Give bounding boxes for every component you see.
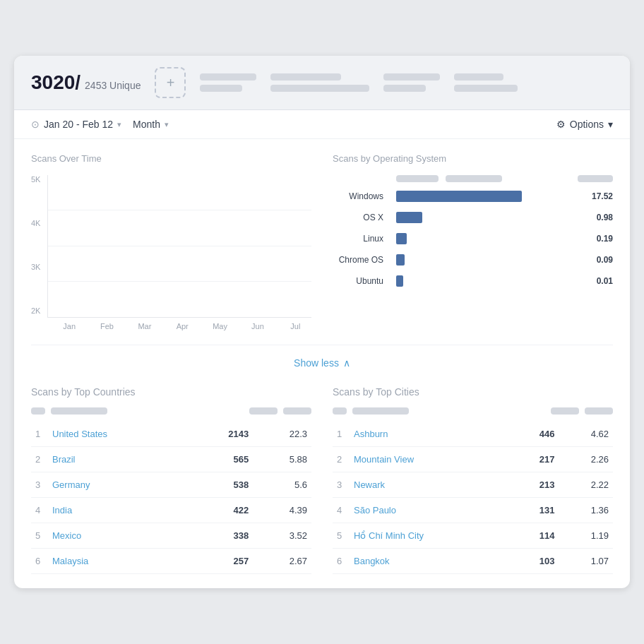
grid-line bbox=[48, 246, 311, 246]
city-name-cell: Newark bbox=[350, 472, 510, 498]
x-label-jun: Jun bbox=[242, 322, 273, 330]
col-sk bbox=[283, 407, 311, 415]
x-label-feb: Feb bbox=[91, 322, 123, 330]
add-button[interactable]: + bbox=[155, 67, 186, 98]
chevron-down-icon: ▾ bbox=[165, 120, 169, 129]
pct-cell: 22.3 bbox=[253, 422, 311, 447]
skeleton bbox=[383, 85, 426, 92]
os-row-linux: Linux 0.19 bbox=[333, 233, 613, 244]
countries-panel: Scans by Top Countries 1 United States 2… bbox=[31, 386, 311, 574]
os-bar-container bbox=[396, 191, 571, 202]
y-label-3k: 3K bbox=[31, 263, 40, 271]
period-label: Month bbox=[133, 119, 160, 130]
skeleton-group-3 bbox=[383, 73, 440, 92]
y-axis: 2K 3K 4K 5K bbox=[31, 175, 47, 330]
options-button[interactable]: ⚙ Options ▾ bbox=[556, 119, 613, 130]
charts-row: Scans Over Time 2K 3K 4K 5K bbox=[31, 153, 613, 330]
scans-over-time-panel: Scans Over Time 2K 3K 4K 5K bbox=[31, 153, 311, 330]
rank-cell: 3 bbox=[333, 472, 350, 498]
show-less-button[interactable]: Show less ∧ bbox=[294, 357, 350, 369]
pct-cell: 2.67 bbox=[253, 549, 311, 574]
pct-cell: 2.26 bbox=[559, 447, 613, 472]
cities-table: 1 Ashburn 446 4.62 2 Mountain View 217 2… bbox=[333, 422, 613, 574]
cities-col-headers bbox=[333, 407, 613, 415]
skeleton-group-1 bbox=[200, 73, 256, 92]
grid-line bbox=[48, 281, 311, 282]
skeleton bbox=[200, 85, 242, 92]
os-title: Scans by Operating System bbox=[333, 153, 613, 164]
os-header-row bbox=[333, 175, 613, 182]
rank-cell: 6 bbox=[31, 549, 48, 574]
country-name-cell: Mexico bbox=[48, 523, 189, 549]
count-cell: 422 bbox=[189, 498, 254, 523]
show-less-label: Show less bbox=[294, 357, 339, 369]
os-value-chromeos: 0.09 bbox=[578, 255, 613, 265]
skeleton bbox=[270, 85, 369, 92]
options-label: Options bbox=[570, 119, 604, 130]
os-value-osx: 0.98 bbox=[578, 213, 613, 222]
table-row: 6 Malaysia 257 2.67 bbox=[31, 549, 311, 574]
city-name-cell: São Paulo bbox=[350, 498, 510, 523]
os-name-ubuntu: Ubuntu bbox=[333, 276, 389, 286]
os-chart: Windows 17.52 OS X 0.98 Li bbox=[333, 175, 613, 287]
os-bar-container bbox=[396, 275, 571, 287]
col-sk bbox=[585, 407, 613, 415]
pct-cell: 1.07 bbox=[559, 549, 613, 574]
skeleton bbox=[454, 73, 503, 80]
skeleton bbox=[454, 85, 518, 92]
os-bar-ubuntu bbox=[396, 275, 403, 287]
countries-table: 1 United States 2143 22.3 2 Brazil 565 5… bbox=[31, 422, 311, 574]
pct-cell: 4.39 bbox=[253, 498, 311, 523]
skeleton bbox=[200, 73, 256, 80]
x-label-may: May bbox=[204, 322, 236, 330]
scan-count: 3020/ bbox=[31, 71, 80, 94]
country-name-cell: Brazil bbox=[48, 447, 189, 472]
show-less-row: Show less ∧ bbox=[31, 345, 613, 386]
count-cell: 103 bbox=[510, 549, 559, 574]
x-label-apr: Apr bbox=[167, 322, 198, 330]
unique-count: 2453 Unique bbox=[85, 80, 141, 91]
col-sk bbox=[249, 407, 278, 415]
skeleton-group-2 bbox=[270, 73, 369, 92]
table-row: 3 Germany 538 5.6 bbox=[31, 472, 311, 498]
count-cell: 2143 bbox=[189, 422, 254, 447]
skeleton bbox=[383, 73, 440, 80]
os-row-windows: Windows 17.52 bbox=[333, 191, 613, 202]
y-label-2k: 2K bbox=[31, 306, 40, 315]
os-value-linux: 0.19 bbox=[578, 234, 613, 244]
rank-cell: 4 bbox=[333, 498, 350, 523]
table-row: 5 Mexico 338 3.52 bbox=[31, 523, 311, 549]
col-sk bbox=[333, 407, 347, 415]
os-name-osx: OS X bbox=[333, 213, 389, 222]
rank-cell: 3 bbox=[31, 472, 48, 498]
date-range-dropdown[interactable]: ⊙ Jan 20 - Feb 12 ▾ bbox=[31, 119, 121, 130]
col-sk bbox=[51, 407, 107, 415]
count-cell: 257 bbox=[189, 549, 254, 574]
count-cell: 565 bbox=[189, 447, 254, 472]
city-name-cell: Bangkok bbox=[350, 549, 510, 574]
header-main: 3020/ 2453 Unique bbox=[31, 71, 141, 94]
table-row: 3 Newark 213 2.22 bbox=[333, 472, 613, 498]
os-bar-linux bbox=[396, 233, 407, 244]
cities-title: Scans by Top Cities bbox=[333, 386, 613, 398]
pct-cell: 5.88 bbox=[253, 447, 311, 472]
count-cell: 538 bbox=[189, 472, 254, 498]
count-cell: 217 bbox=[510, 447, 559, 472]
city-name-cell: Ashburn bbox=[350, 422, 510, 447]
pct-cell: 4.62 bbox=[559, 422, 613, 447]
country-name-cell: United States bbox=[48, 422, 189, 447]
period-dropdown[interactable]: Month ▾ bbox=[133, 119, 169, 130]
rank-cell: 2 bbox=[31, 447, 48, 472]
cities-panel: Scans by Top Cities 1 Ashburn 446 4.62 2… bbox=[333, 386, 613, 574]
pct-cell: 2.22 bbox=[559, 472, 613, 498]
os-bar-windows bbox=[396, 191, 522, 202]
x-label-jul: Jul bbox=[280, 322, 311, 330]
count-cell: 446 bbox=[510, 422, 559, 447]
x-label-jan: Jan bbox=[53, 322, 85, 330]
main-card: 3020/ 2453 Unique + ⊙ bbox=[14, 56, 630, 588]
pct-cell: 1.19 bbox=[559, 523, 613, 549]
os-row-chromeos: Chrome OS 0.09 bbox=[333, 254, 613, 266]
os-bar-container bbox=[396, 233, 571, 244]
header: 3020/ 2453 Unique + bbox=[14, 56, 630, 110]
countries-title: Scans by Top Countries bbox=[31, 386, 311, 398]
